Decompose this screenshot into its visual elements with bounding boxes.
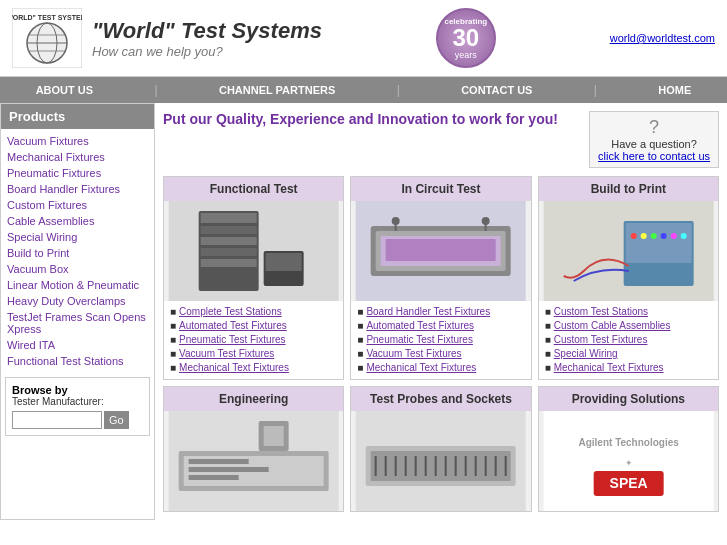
question-link[interactable]: click here to contact us xyxy=(598,150,710,162)
card-link-item: ■Mechanical Text Fixtures xyxy=(545,361,712,374)
svg-rect-28 xyxy=(625,223,691,263)
sidebar-link-5[interactable]: Cable Assemblies xyxy=(7,213,148,229)
card-link-1-0[interactable]: Board Handler Test Fixtures xyxy=(366,305,490,318)
card-link-item: ■Pneumatic Test Fixtures xyxy=(357,333,524,346)
sidebar-link-0[interactable]: Vacuum Fixtures xyxy=(7,133,148,149)
card-link-2-3[interactable]: Special Wiring xyxy=(554,347,618,360)
sidebar-link-6[interactable]: Special Wiring xyxy=(7,229,148,245)
card-link-0-2[interactable]: Pneumatic Test Fixtures xyxy=(179,333,286,346)
card-link-2-0[interactable]: Custom Test Stations xyxy=(554,305,648,318)
card-link-2-2[interactable]: Custom Test Fixtures xyxy=(554,333,648,346)
svg-text:✦: ✦ xyxy=(624,458,632,468)
company-name: "World" Test Systems xyxy=(92,18,322,44)
sidebar-link-2[interactable]: Pneumatic Fixtures xyxy=(7,165,148,181)
bullet-icon: ■ xyxy=(357,306,363,317)
card-link-item: ■Complete Test Stations xyxy=(170,305,337,318)
browse-subtitle: Tester Manufacturer: xyxy=(12,396,143,407)
bullet-icon: ■ xyxy=(170,348,176,359)
bullet-icon: ■ xyxy=(357,348,363,359)
card-link-item: ■Mechanical Text Fixtures xyxy=(357,361,524,374)
svg-rect-45 xyxy=(371,451,511,481)
card-title-0: Functional Test xyxy=(164,177,343,201)
browse-title: Browse by xyxy=(12,384,143,396)
nav-contact-us[interactable]: CONTACT US xyxy=(451,84,542,96)
bullet-icon: ■ xyxy=(170,362,176,373)
browse-input-row: Go xyxy=(12,411,143,429)
browse-go-button[interactable]: Go xyxy=(104,411,129,429)
card-link-1-2[interactable]: Pneumatic Test Fixtures xyxy=(366,333,473,346)
svg-rect-39 xyxy=(189,467,269,472)
svg-point-29 xyxy=(630,233,636,239)
svg-point-34 xyxy=(680,233,686,239)
bullet-icon: ■ xyxy=(170,306,176,317)
sidebar-link-12[interactable]: Wired ITA xyxy=(7,337,148,353)
bullet-icon: ■ xyxy=(545,334,551,345)
svg-point-32 xyxy=(660,233,666,239)
sidebar: Products Vacuum FixturesMechanical Fixtu… xyxy=(0,103,155,520)
product-card-3: Engineering xyxy=(163,386,344,512)
anniversary-badge: celebrating 30 years xyxy=(436,8,496,68)
svg-rect-38 xyxy=(189,459,249,464)
card-link-2-1[interactable]: Custom Cable Assemblies xyxy=(554,319,671,332)
bullet-icon: ■ xyxy=(170,334,176,345)
card-links-0: ■Complete Test Stations■Automated Test F… xyxy=(164,301,343,379)
card-link-1-3[interactable]: Vacuum Test Fixtures xyxy=(366,347,461,360)
main-navigation: ABOUT US | CHANNEL PARTNERS | CONTACT US… xyxy=(0,77,727,103)
sidebar-links: Vacuum FixturesMechanical FixturesPneuma… xyxy=(1,129,154,373)
card-link-item: ■Automated Test Fixtures xyxy=(357,319,524,332)
bullet-icon: ■ xyxy=(545,306,551,317)
card-image-4 xyxy=(351,411,530,511)
card-title-1: In Circuit Test xyxy=(351,177,530,201)
sidebar-link-13[interactable]: Functional Test Stations xyxy=(7,353,148,369)
svg-rect-10 xyxy=(201,226,257,234)
svg-rect-16 xyxy=(266,253,302,271)
card-title-2: Build to Print xyxy=(539,177,718,201)
company-tagline: How can we help you? xyxy=(92,44,322,59)
bullet-icon: ■ xyxy=(545,362,551,373)
card-link-0-0[interactable]: Complete Test Stations xyxy=(179,305,282,318)
nav-home[interactable]: HOME xyxy=(648,84,701,96)
svg-rect-42 xyxy=(264,426,284,446)
sidebar-link-4[interactable]: Custom Fixtures xyxy=(7,197,148,213)
card-image-2 xyxy=(539,201,718,301)
card-link-item: ■Mechanical Text Fixtures xyxy=(170,361,337,374)
card-links-1: ■Board Handler Test Fixtures■Automated T… xyxy=(351,301,530,379)
card-title-5: Providing Solutions xyxy=(539,387,718,411)
card-link-0-1[interactable]: Automated Test Fixtures xyxy=(179,319,287,332)
sidebar-link-10[interactable]: Heavy Duty Overclamps xyxy=(7,293,148,309)
svg-rect-40 xyxy=(189,475,239,480)
sidebar-link-3[interactable]: Board Handler Fixtures xyxy=(7,181,148,197)
browse-input[interactable] xyxy=(12,411,102,429)
logo-icon: "WORLD" TEST SYSTEMS xyxy=(12,8,82,68)
card-link-0-3[interactable]: Vacuum Test Fixtures xyxy=(179,347,274,360)
sidebar-link-1[interactable]: Mechanical Fixtures xyxy=(7,149,148,165)
card-link-1-1[interactable]: Automated Test Fixtures xyxy=(366,319,474,332)
card-link-0-4[interactable]: Mechanical Text Fixtures xyxy=(179,361,289,374)
sidebar-link-7[interactable]: Build to Print xyxy=(7,245,148,261)
nav-channel-partners[interactable]: CHANNEL PARTNERS xyxy=(209,84,345,96)
card-link-1-4[interactable]: Mechanical Text Fixtures xyxy=(366,361,476,374)
email-link[interactable]: world@worldtest.com xyxy=(610,32,715,44)
card-link-item: ■Vacuum Test Fixtures xyxy=(357,347,524,360)
logo-area: "WORLD" TEST SYSTEMS "World" Test System… xyxy=(12,8,322,68)
sidebar-link-8[interactable]: Vacuum Box xyxy=(7,261,148,277)
bullet-icon: ■ xyxy=(545,320,551,331)
svg-point-31 xyxy=(650,233,656,239)
badge-years-label: years xyxy=(455,50,477,60)
svg-point-30 xyxy=(640,233,646,239)
question-text: Have a question? xyxy=(598,138,710,150)
svg-text:"WORLD" TEST SYSTEMS: "WORLD" TEST SYSTEMS xyxy=(12,14,82,21)
site-header: "WORLD" TEST SYSTEMS "World" Test System… xyxy=(0,0,727,77)
sidebar-link-11[interactable]: TestJet Frames Scan Opens Xpress xyxy=(7,309,148,337)
card-link-item: ■Automated Test Fixtures xyxy=(170,319,337,332)
card-link-item: ■Custom Cable Assemblies xyxy=(545,319,712,332)
card-link-item: ■Pneumatic Test Fixtures xyxy=(170,333,337,346)
card-link-item: ■Custom Test Fixtures xyxy=(545,333,712,346)
nav-about-us[interactable]: ABOUT US xyxy=(26,84,103,96)
card-link-2-4[interactable]: Mechanical Text Fixtures xyxy=(554,361,664,374)
sidebar-link-9[interactable]: Linear Motion & Pneumatic xyxy=(7,277,148,293)
bullet-icon: ■ xyxy=(357,362,363,373)
card-links-2: ■Custom Test Stations■Custom Cable Assem… xyxy=(539,301,718,379)
bullet-icon: ■ xyxy=(545,348,551,359)
badge-number: 30 xyxy=(452,26,479,50)
